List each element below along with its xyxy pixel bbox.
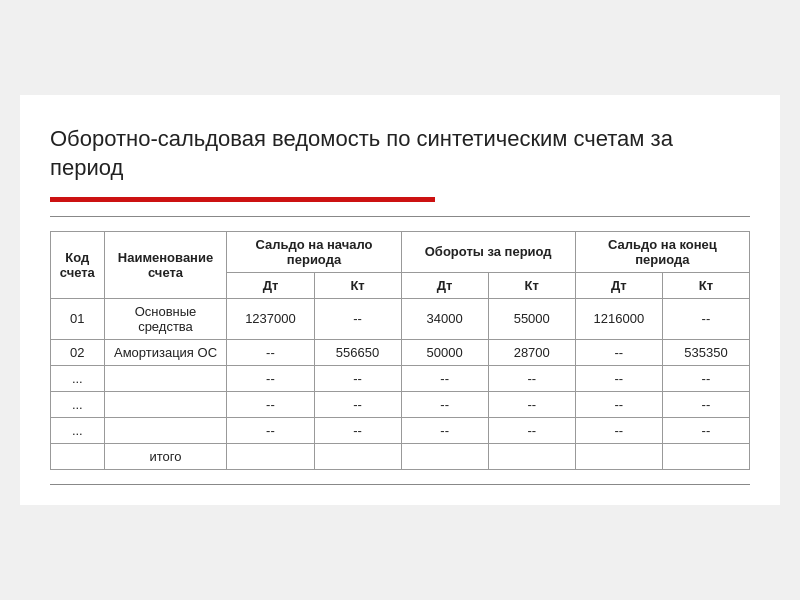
cell-kt-end xyxy=(662,443,749,469)
cell-dt-end xyxy=(575,443,662,469)
header-saldo-start: Сальдо на начало периода xyxy=(227,231,401,272)
cell-kt-end: -- xyxy=(662,298,749,339)
cell-dt-turn: -- xyxy=(401,417,488,443)
cell-kt-start: -- xyxy=(314,417,401,443)
cell-kt-end: -- xyxy=(662,391,749,417)
top-separator xyxy=(50,216,750,217)
cell-kt-start: -- xyxy=(314,298,401,339)
page-container: Оборотно-сальдовая ведомость по синтетич… xyxy=(20,95,780,504)
cell-name xyxy=(104,391,227,417)
table-row: ...------------ xyxy=(51,391,750,417)
cell-dt-end: -- xyxy=(575,339,662,365)
cell-kt-end: -- xyxy=(662,417,749,443)
cell-name xyxy=(104,417,227,443)
cell-dt-start: -- xyxy=(227,339,314,365)
table-row: ...------------ xyxy=(51,417,750,443)
header-oboroty: Обороты за период xyxy=(401,231,575,272)
cell-dt-turn: 34000 xyxy=(401,298,488,339)
cell-kod xyxy=(51,443,105,469)
cell-kod: 02 xyxy=(51,339,105,365)
cell-kt-start xyxy=(314,443,401,469)
table-row: 02Амортизация ОС--5566505000028700--5353… xyxy=(51,339,750,365)
cell-dt-start: -- xyxy=(227,391,314,417)
cell-dt-start: -- xyxy=(227,365,314,391)
cell-kt-start: -- xyxy=(314,391,401,417)
cell-name: итого xyxy=(104,443,227,469)
header-saldo-end: Сальдо на конец периода xyxy=(575,231,749,272)
cell-dt-end: -- xyxy=(575,365,662,391)
cell-kod: 01 xyxy=(51,298,105,339)
cell-kt-turn xyxy=(488,443,575,469)
cell-dt-start xyxy=(227,443,314,469)
bottom-separator xyxy=(50,484,750,485)
header-dt-turn: Дт xyxy=(401,272,488,298)
cell-dt-start: 1237000 xyxy=(227,298,314,339)
cell-dt-turn xyxy=(401,443,488,469)
cell-kod: ... xyxy=(51,417,105,443)
header-kt-turn: Кт xyxy=(488,272,575,298)
cell-name: Амортизация ОС xyxy=(104,339,227,365)
cell-kt-turn: 28700 xyxy=(488,339,575,365)
cell-name: Основные средства xyxy=(104,298,227,339)
header-kt-start: Кт xyxy=(314,272,401,298)
cell-kod: ... xyxy=(51,365,105,391)
cell-dt-end: -- xyxy=(575,391,662,417)
red-bar xyxy=(50,197,435,202)
header-name: Наименование счета xyxy=(104,231,227,298)
main-table: Код счета Наименование счета Сальдо на н… xyxy=(50,231,750,470)
header-dt-start: Дт xyxy=(227,272,314,298)
cell-kt-end: -- xyxy=(662,365,749,391)
cell-dt-turn: -- xyxy=(401,365,488,391)
header-kt-end: Кт xyxy=(662,272,749,298)
cell-dt-turn: -- xyxy=(401,391,488,417)
cell-kt-end: 535350 xyxy=(662,339,749,365)
cell-name xyxy=(104,365,227,391)
table-row: итого xyxy=(51,443,750,469)
cell-dt-end: -- xyxy=(575,417,662,443)
cell-dt-end: 1216000 xyxy=(575,298,662,339)
cell-kt-turn: -- xyxy=(488,417,575,443)
cell-dt-turn: 50000 xyxy=(401,339,488,365)
cell-dt-start: -- xyxy=(227,417,314,443)
cell-kt-turn: 55000 xyxy=(488,298,575,339)
cell-kt-start: -- xyxy=(314,365,401,391)
cell-kt-turn: -- xyxy=(488,391,575,417)
header-kod: Код счета xyxy=(51,231,105,298)
table-row: 01Основные средства1237000--340005500012… xyxy=(51,298,750,339)
table-row: ...------------ xyxy=(51,365,750,391)
cell-kt-turn: -- xyxy=(488,365,575,391)
page-title: Оборотно-сальдовая ведомость по синтетич… xyxy=(50,125,750,182)
cell-kt-start: 556650 xyxy=(314,339,401,365)
cell-kod: ... xyxy=(51,391,105,417)
header-dt-end: Дт xyxy=(575,272,662,298)
